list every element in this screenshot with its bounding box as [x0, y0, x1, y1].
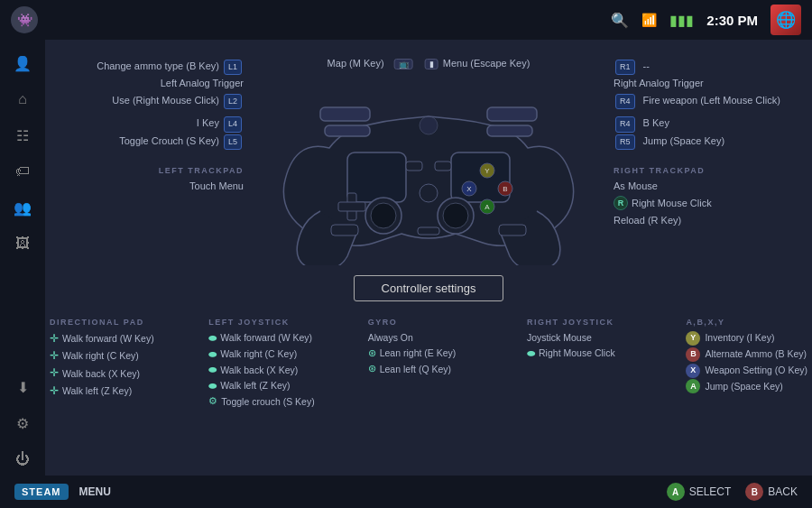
l2-key: L2 — [224, 94, 242, 109]
select-action: A SELECT — [667, 483, 732, 501]
svg-rect-23 — [418, 227, 439, 235]
controller-layout: Change ammo type (B Key) L1 Left Analog … — [45, 49, 812, 446]
b-key-label: B Key — [643, 117, 669, 128]
left-trackpad-label: LEFT TRACKPAD — [45, 164, 244, 178]
joystick-icon-3: ⬬ — [208, 362, 217, 378]
left-joystick-label: LEFT JOYSTICK — [208, 318, 358, 327]
svg-rect-3 — [487, 107, 537, 121]
sidebar-item-downloads[interactable]: ⬇ — [6, 371, 39, 403]
svg-rect-11 — [338, 202, 365, 211]
gyro-section: GYRO Always On ⊛Lean right (E Key) ⊛Lean… — [368, 318, 518, 410]
svg-rect-0 — [325, 125, 370, 136]
svg-rect-21 — [435, 162, 451, 171]
right-annotations: R1 -- Right Analog Trigger R4 Fire weapo… — [614, 58, 812, 228]
top-bar-right: 🔍 📶 ▮▮▮ 2:30 PM 🌐 — [611, 5, 801, 35]
l1-key: L1 — [224, 60, 242, 75]
sidebar-item-tag[interactable]: 🏷 — [6, 155, 39, 188]
svg-point-26 — [420, 116, 438, 134]
center-annotations: Map (M Key) 📺 ▮ Menu (Escape Key) — [328, 58, 531, 69]
menu-label: Menu (Escape Key) — [443, 58, 531, 69]
abxy-a-label: Jump (Space Key) — [705, 379, 782, 395]
back-action: B BACK — [745, 483, 798, 501]
toggle-crouch-label: Toggle Crouch (S Key) — [119, 135, 219, 146]
abxy-label: A,B,X,Y — [686, 318, 807, 327]
right-joystick-section: RIGHT JOYSTICK Joystick Mouse ⬬Right Mou… — [527, 318, 677, 410]
svg-rect-2 — [320, 107, 370, 121]
abxy-x-label: Weapon Setting (O Key) — [705, 363, 807, 379]
r1-label: -- — [643, 60, 650, 71]
bottom-sections: Controller settings DIRECTIONAL PAD ✛Wal… — [45, 272, 812, 410]
right-joystick-label: RIGHT JOYSTICK — [527, 318, 677, 327]
y-button-icon: Y — [686, 331, 700, 346]
right-analog-trigger-label: Right Analog Trigger — [614, 75, 812, 92]
gyro-icon: ⊛ — [368, 346, 376, 362]
map-key-icon: 📺 — [394, 59, 413, 69]
i-key-label: I Key — [197, 117, 219, 128]
dpad-icon-3: ✛ — [50, 365, 59, 382]
left-trackpad-value: Touch Menu — [45, 178, 244, 195]
abxy-b-label: Alternate Ammo (B Key) — [705, 346, 807, 363]
main-content: Change ammo type (B Key) L1 Left Analog … — [45, 40, 812, 476]
battery-icon: ▮▮▮ — [669, 12, 694, 29]
a-button-icon: A — [686, 379, 700, 393]
joystick-icon-5: ⚙ — [208, 393, 217, 410]
steam-button[interactable]: STEAM — [14, 484, 69, 500]
use-label: Use (Right Mouse Click) — [112, 95, 219, 106]
map-label: Map (M Key) — [328, 58, 384, 69]
rj-icon: ⬬ — [527, 346, 535, 362]
controller-settings-button[interactable]: Controller settings — [354, 275, 504, 301]
top-bar-left: 👾 — [11, 6, 38, 33]
left-analog-trigger-label: Left Analog Trigger — [45, 75, 244, 92]
sidebar-item-power[interactable]: ⏻ — [6, 443, 39, 476]
a-btn-icon: A — [667, 483, 685, 501]
svg-text:X: X — [466, 185, 472, 193]
svg-rect-25 — [499, 225, 526, 236]
sidebar-item-friends[interactable]: 👥 — [6, 191, 39, 224]
reload-label: Reload (R Key) — [614, 212, 812, 229]
r5-key: R5 — [615, 134, 635, 150]
l4-key: L4 — [224, 116, 242, 132]
right-trackpad-label: RIGHT TRACKPAD — [614, 164, 812, 178]
sidebar-item-settings[interactable]: ⚙ — [6, 407, 39, 439]
select-label: SELECT — [689, 485, 732, 498]
menu-icon: ▮ — [425, 59, 438, 69]
abxy-y-label: Inventory (I Key) — [705, 330, 774, 346]
l5-key: L5 — [224, 134, 242, 150]
sidebar-item-media[interactable]: 🖼 — [6, 227, 39, 260]
joystick-mode: Joystick Mouse — [527, 330, 592, 346]
svg-rect-20 — [406, 162, 422, 171]
directional-pad-label: DIRECTIONAL PAD — [50, 318, 199, 327]
joystick-icon: ⬬ — [208, 330, 217, 346]
bottom-actions: A SELECT B BACK — [667, 483, 798, 501]
right-trackpad-value1: As Mouse — [614, 178, 812, 195]
b-button-icon: B — [686, 347, 700, 362]
directional-pad-section: DIRECTIONAL PAD ✛Walk forward (W Key) ✛W… — [50, 318, 199, 410]
svg-text:Y: Y — [484, 167, 490, 175]
svg-point-7 — [371, 203, 396, 228]
svg-rect-1 — [487, 125, 532, 136]
x-button-icon: X — [686, 364, 700, 378]
dpad-icon: ✛ — [50, 330, 59, 347]
change-ammo-label: Change ammo type (B Key) — [97, 60, 219, 71]
user-avatar[interactable]: 🌐 — [770, 5, 801, 35]
sidebar-item-grid[interactable]: ☷ — [6, 119, 39, 152]
svg-point-22 — [420, 184, 438, 202]
r1-key: R1 — [615, 60, 635, 75]
sidebar-item-profile[interactable]: 👤 — [6, 47, 39, 79]
cast-icon[interactable]: 📶 — [641, 13, 657, 27]
clock: 2:30 PM — [706, 13, 758, 28]
sidebar-item-home[interactable]: ⌂ — [6, 83, 39, 115]
gyro-always-on: Always On — [368, 330, 413, 346]
r4b-key: R4 — [615, 116, 635, 132]
left-joystick-section: LEFT JOYSTICK ⬬Walk forward (W Key) ⬬Wal… — [208, 318, 358, 410]
search-icon[interactable]: 🔍 — [611, 12, 629, 29]
svg-text:B: B — [503, 185, 507, 193]
abxy-section: A,B,X,Y Y Inventory (I Key) B Alternate … — [686, 318, 807, 410]
svg-point-9 — [443, 203, 468, 228]
right-mouse-click-rj: Right Mouse Click — [539, 346, 615, 361]
gyro-icon-2: ⊛ — [368, 361, 376, 377]
bottom-menu-label: MENU — [79, 485, 111, 498]
svg-text:A: A — [484, 203, 490, 211]
dpad-icon-2: ✛ — [50, 347, 59, 365]
joystick-icon-2: ⬬ — [208, 346, 217, 363]
